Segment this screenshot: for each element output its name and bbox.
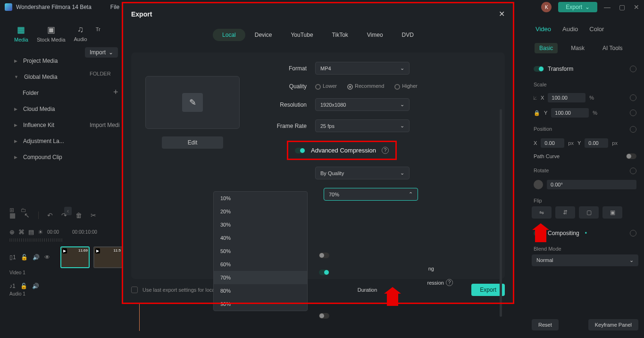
rotate-input[interactable] <box>547 180 636 189</box>
dropdown-item[interactable]: 70% <box>214 271 307 284</box>
hidden-toggle-2[interactable] <box>319 270 329 275</box>
edit-button[interactable]: Edit <box>162 136 223 149</box>
audio-track-label: Audio 1 <box>9 291 132 296</box>
export-tab-dvd[interactable]: DVD <box>393 29 423 41</box>
flip-vertical-icon[interactable]: ⇵ <box>555 206 575 219</box>
reset-icon[interactable] <box>630 94 636 101</box>
scale-x-input[interactable] <box>548 93 585 102</box>
tab-stock-media[interactable]: ▣Stock Media <box>37 25 66 42</box>
video-track-icon[interactable]: ▯1 <box>9 254 16 261</box>
path-curve-toggle[interactable] <box>626 153 636 159</box>
dropdown-item[interactable]: 30% <box>214 218 307 231</box>
time-ruler[interactable]: |||||||||||||||||||||||||||| <box>9 237 132 242</box>
sidebar-item-folder[interactable]: Folder <box>9 85 113 101</box>
clip-thumbnail-1[interactable]: ▶11:69 <box>60 246 90 268</box>
link-icon[interactable]: ⌘ <box>18 228 25 236</box>
menu-file[interactable]: File <box>110 4 119 10</box>
reset-icon[interactable] <box>630 126 636 133</box>
reset-icon[interactable] <box>630 66 636 72</box>
dropdown-item[interactable]: 80% <box>214 284 307 297</box>
scrollbar[interactable] <box>500 109 502 317</box>
frame-rate-select[interactable]: 25 fps⌄ <box>315 119 410 132</box>
lock-icon[interactable]: 🔓 <box>21 254 28 261</box>
help-icon[interactable]: ? <box>446 279 453 286</box>
sidebar-item-adjustment-layer[interactable]: ▶Adjustment La... <box>9 133 113 149</box>
rp-subtab-mask[interactable]: Mask <box>566 43 589 53</box>
dropdown-item[interactable]: 60% <box>214 258 307 271</box>
tab-truncated[interactable]: Tr <box>96 25 100 42</box>
lock-aspect-icon[interactable]: ⟀ <box>534 95 537 101</box>
reset-icon[interactable] <box>630 168 636 174</box>
clip-thumbnail-2[interactable]: ▶11:5 <box>93 246 123 268</box>
flip-btn-4-icon[interactable]: ▣ <box>602 206 622 219</box>
undo-icon[interactable]: ↶ <box>47 211 53 219</box>
lock-icon[interactable]: 🔒 <box>534 110 540 116</box>
add-folder-icon[interactable]: + <box>113 87 118 97</box>
reset-button[interactable]: Reset <box>532 319 559 330</box>
export-tab-tiktok[interactable]: TikTok <box>323 29 358 41</box>
mute-icon[interactable]: 🔊 <box>32 283 39 289</box>
advanced-compression-toggle[interactable] <box>295 148 305 153</box>
redo-icon[interactable]: ↷ <box>61 211 67 219</box>
tab-media[interactable]: ▦Media <box>14 25 28 42</box>
rp-subtab-ai[interactable]: AI Tools <box>598 43 627 53</box>
quality-higher-radio[interactable]: Higher <box>394 83 417 89</box>
reset-icon[interactable] <box>630 230 636 237</box>
avatar[interactable]: K <box>541 2 552 12</box>
add-track-icon[interactable]: ⊕ <box>9 228 15 236</box>
blend-mode-select[interactable]: Normal⌄ <box>532 254 638 266</box>
lock-icon[interactable]: 🔓 <box>20 283 27 289</box>
eye-icon[interactable]: 👁 <box>44 254 50 261</box>
grid-icon[interactable]: ▦ <box>9 211 16 219</box>
audio-track-icon[interactable]: ♪1 <box>9 283 16 289</box>
reset-icon[interactable] <box>630 110 636 116</box>
sidebar-item-compound-clip[interactable]: ▶Compound Clip <box>9 149 113 165</box>
export-tab-youtube[interactable]: YouTube <box>281 29 322 41</box>
rp-subtab-basic[interactable]: Basic <box>535 43 558 53</box>
transform-toggle[interactable] <box>534 66 544 72</box>
tab-audio[interactable]: ♫Audio <box>74 25 87 42</box>
rp-tab-video[interactable]: Video <box>535 25 551 33</box>
export-tab-local[interactable]: Local <box>213 29 245 41</box>
dropdown-item[interactable]: 20% <box>214 205 307 218</box>
flip-btn-3-icon[interactable]: ▢ <box>579 206 599 219</box>
resolution-select[interactable]: 1920x1080⌄ <box>315 98 410 111</box>
cut-icon[interactable]: ✂ <box>91 211 96 219</box>
dropdown-item[interactable]: 90% <box>214 297 307 311</box>
quality-percent-select[interactable]: 70%⌃ <box>324 188 418 201</box>
dropdown-item[interactable]: 40% <box>214 231 307 245</box>
scale-y-input[interactable] <box>551 108 589 118</box>
trash-icon[interactable]: 🗑 <box>75 211 82 219</box>
export-tab-vimeo[interactable]: Vimeo <box>358 29 393 41</box>
pos-y-input[interactable] <box>585 138 608 148</box>
import-dropdown[interactable]: Import⌄ <box>85 47 118 58</box>
dropdown-item[interactable]: 10% <box>214 192 307 205</box>
pos-x-input[interactable] <box>541 138 564 148</box>
cursor-icon[interactable]: ↖ <box>24 211 30 219</box>
keyframe-panel-button[interactable]: Keyframe Panel <box>588 319 638 330</box>
sun-icon[interactable]: ☀ <box>38 228 43 236</box>
quality-lower-radio[interactable]: Lower <box>315 83 337 89</box>
rotate-dial[interactable] <box>534 180 543 189</box>
hidden-toggle-3[interactable] <box>319 313 329 319</box>
close-icon[interactable]: ✕ <box>499 9 505 18</box>
maximize-icon[interactable]: ▢ <box>619 3 625 11</box>
rp-tab-audio[interactable]: Audio <box>562 25 578 33</box>
compression-mode-select[interactable]: By Quality⌄ <box>315 167 410 179</box>
bulb-icon[interactable]: ▤ <box>28 228 34 236</box>
help-icon[interactable]: ? <box>382 147 389 154</box>
quality-recommend-radio[interactable]: Recommend <box>347 83 384 89</box>
export-button-top[interactable]: Export⌄ <box>558 2 597 12</box>
format-select[interactable]: MP4⌄ <box>315 62 410 75</box>
import-media-label[interactable]: Import Medi <box>90 122 119 128</box>
dropdown-item[interactable]: 50% <box>214 245 307 258</box>
mute-icon[interactable]: 🔊 <box>33 254 40 261</box>
sidebar-item-cloud-media[interactable]: ▶Cloud Media <box>9 101 113 117</box>
use-last-checkbox[interactable] <box>131 287 138 293</box>
flip-horizontal-icon[interactable]: ⇋ <box>532 206 552 219</box>
minimize-icon[interactable]: — <box>604 3 611 11</box>
hidden-toggle-1[interactable] <box>319 253 329 258</box>
export-tab-device[interactable]: Device <box>245 29 282 41</box>
close-icon[interactable]: ✕ <box>634 3 639 11</box>
rp-tab-color[interactable]: Color <box>589 25 604 33</box>
